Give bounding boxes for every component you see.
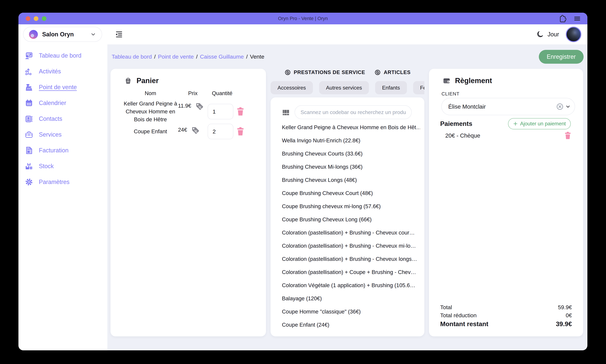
total-label: Montant restant	[440, 320, 488, 328]
sidebar-item[interactable]: Paramètres	[18, 174, 107, 190]
remove-cart-item-button[interactable]	[237, 127, 244, 136]
chevron-down-icon	[90, 31, 96, 37]
category-chip[interactable]: Accessoires	[270, 81, 313, 94]
titlebar-actions	[559, 15, 581, 22]
catalog-view-label: ARTICLES	[384, 69, 411, 75]
chevron-down-icon	[565, 104, 571, 109]
extensions-puzzle-icon[interactable]	[559, 15, 566, 22]
plus-icon	[513, 121, 518, 126]
breadcrumb-item[interactable]: Point de vente	[158, 53, 200, 60]
cart-col-quantity: Quantité	[208, 90, 237, 96]
cart-title: Panier	[136, 77, 159, 85]
contacts-icon	[25, 115, 33, 123]
cart-row: Coupe Enfant 24€	[110, 124, 266, 139]
cart-col-name: Nom	[123, 90, 178, 96]
add-payment-button[interactable]: Ajouter un paiement	[508, 118, 571, 129]
catalog-view-toggle[interactable]: PRESTATIONS DE SERVICE	[284, 69, 365, 76]
sidebar: Tableau de bord Activités Point de vente	[18, 44, 107, 350]
sidebar-collapse-button[interactable]	[115, 30, 123, 39]
save-button[interactable]: Enregistrer	[539, 50, 584, 64]
product-list-item[interactable]: Balayage (120€)	[282, 292, 420, 305]
sidebar-item-label: Calendrier	[39, 100, 66, 106]
product-list-item[interactable]: Coloration (pastellisation) + Coupe + Br…	[282, 266, 420, 279]
category-chip[interactable]: Autres services	[319, 81, 369, 94]
total-value: 39.9€	[556, 320, 572, 328]
sidebar-item[interactable]: Contacts	[18, 111, 107, 127]
product-list-item[interactable]: Coloration (pastellisation) + Brushing -…	[282, 226, 420, 239]
breadcrumb-item[interactable]: Vente	[250, 53, 264, 60]
breadcrumb-item[interactable]: Caisse Guillaume	[200, 53, 250, 60]
cart-col-price: Prix	[178, 90, 208, 96]
stock-icon	[25, 162, 33, 170]
menu-hamburger-icon[interactable]	[574, 15, 581, 22]
clear-client-icon[interactable]	[556, 103, 564, 110]
close-button[interactable]	[26, 16, 30, 21]
product-list-item[interactable]: Wella Invigo Nutri-Enrich (22.8€)	[282, 134, 420, 147]
main-area: Tableau de bord Activités Point de vente	[18, 44, 587, 350]
zoom-button[interactable]	[42, 16, 46, 21]
add-payment-label: Ajouter un paiement	[520, 121, 566, 127]
payment-label: 20€ - Chèque	[445, 132, 480, 139]
product-list-item[interactable]: Brushing Cheveux Courts (33.6€)	[282, 147, 420, 160]
product-list-item[interactable]: Coloration Végétale (1 application) + Br…	[282, 279, 420, 292]
product-list-item[interactable]: Coloration (pastellisation) + Brushing -…	[282, 239, 420, 252]
sidebar-item-label: Stock	[39, 163, 54, 170]
sidebar-item[interactable]: Point de vente	[18, 79, 107, 95]
sidebar-item-label: Facturation	[39, 147, 68, 154]
calendar-icon	[25, 99, 33, 107]
moon-icon	[536, 31, 544, 38]
remove-cart-item-button[interactable]	[237, 107, 244, 116]
catalog-panel: Keller Grand Peigne à Cheveux Homme en B…	[270, 97, 424, 336]
sidebar-item-label: Tableau de bord	[39, 52, 81, 59]
breadcrumb-item[interactable]: Tableau de bord	[112, 53, 158, 60]
sidebar-item-label: Services	[39, 131, 62, 138]
product-list: Keller Grand Peigne à Cheveux Homme en B…	[282, 121, 420, 331]
product-list-item[interactable]: Brushing Cheveux Longs (48€)	[282, 173, 420, 187]
sidebar-item[interactable]: Services	[18, 127, 107, 143]
client-select[interactable]: Élise Montclair	[441, 98, 575, 115]
cart-item-name: Keller Grand Peigne à Cheveux Homme en B…	[123, 100, 178, 123]
category-chip[interactable]: Enfants	[375, 81, 407, 94]
catalog-column: PRESTATIONS DE SERVICE ARTICLES Accessoi…	[270, 67, 424, 336]
workspace-selector[interactable]: Salon Oryn	[23, 27, 102, 42]
discount-tag-icon[interactable]	[191, 126, 200, 135]
minimize-button[interactable]	[34, 16, 38, 21]
product-list-item[interactable]: Coloration (pastellisation) + Brushing -…	[282, 252, 420, 266]
quantity-input[interactable]	[208, 104, 233, 119]
eye-icon	[284, 69, 291, 76]
remove-payment-button[interactable]	[565, 132, 571, 139]
sidebar-item[interactable]: Activités	[18, 64, 107, 79]
sidebar-item[interactable]: Facturation	[18, 143, 107, 158]
activities-icon	[25, 67, 33, 75]
category-chip[interactable]: Femmes	[413, 81, 424, 94]
total-value: 0€	[566, 312, 572, 319]
sidebar-item[interactable]: Calendrier	[18, 95, 107, 111]
payment-title: Règlement	[455, 77, 492, 85]
product-list-item[interactable]: Coupe Brushing Cheveux Long (66€)	[282, 213, 420, 226]
product-list-item[interactable]: Keller Grand Peigne à Cheveux Homme en B…	[282, 121, 420, 134]
discount-tag-icon[interactable]	[195, 102, 204, 111]
product-list-item[interactable]: Coupe Enfant (24€)	[282, 318, 420, 331]
product-list-item[interactable]: Brushing Cheveux Mi-longs (36€)	[282, 160, 420, 173]
product-list-item[interactable]: Coupe Homme "classique" (36€)	[282, 305, 420, 318]
settings-icon	[25, 178, 33, 186]
breadcrumb: Tableau de bord Point de vente Caisse Gu…	[112, 53, 264, 60]
quantity-input[interactable]	[208, 124, 233, 139]
catalog-view-toggle[interactable]: ARTICLES	[374, 69, 411, 76]
client-value: Élise Montclair	[448, 103, 486, 110]
sidebar-item[interactable]: Tableau de bord	[18, 48, 107, 64]
product-list-item[interactable]: Coupe Brushing cheveux mi-long (57.6€)	[282, 200, 420, 213]
sidebar-item[interactable]: Stock	[18, 158, 107, 174]
sidebar-item-label: Paramètres	[39, 179, 69, 185]
cart-item-price: 24€	[178, 126, 187, 135]
product-list-item[interactable]: Coupe Brushing Cheveux Court (48€)	[282, 187, 420, 200]
traffic-lights	[26, 16, 46, 21]
total-label: Total réduction	[440, 312, 477, 319]
barcode-icon	[282, 108, 290, 116]
sidebar-item-label: Activités	[39, 68, 61, 75]
product-search-input[interactable]	[295, 105, 412, 119]
payment-panel: Règlement CLIENT Élise Montclair Paiemen…	[429, 69, 583, 336]
theme-toggle[interactable]: Jour	[536, 24, 559, 44]
total-row: Montant restant 39.9€	[440, 319, 572, 329]
user-avatar[interactable]	[566, 27, 581, 42]
